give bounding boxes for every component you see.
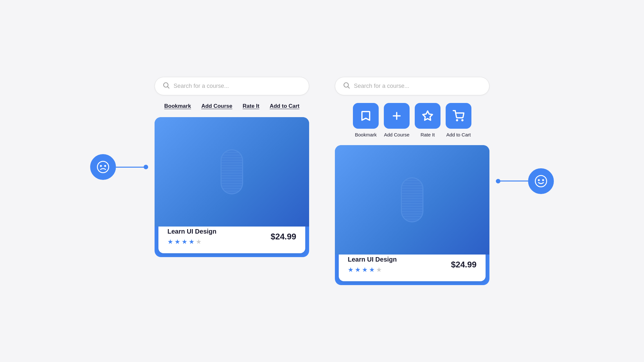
btn-group-bookmark: Bookmark (353, 103, 379, 137)
left-card-stars: ★ ★ ★ ★ ★ (167, 238, 216, 246)
star-1: ★ (167, 238, 173, 246)
right-card-stars: ★ ★ ★ ★ ★ (348, 266, 397, 274)
btn-group-add-course: Add Course (384, 103, 410, 137)
left-emoji-slider (90, 154, 148, 180)
svg-point-14 (543, 180, 544, 181)
left-search-icon (163, 82, 170, 90)
right-emoji-slider (496, 168, 554, 194)
star-3: ★ (182, 238, 187, 246)
tab-add-course[interactable]: Add Course (201, 103, 232, 109)
btn-group-rate-it: Rate It (415, 103, 440, 137)
right-search-bar[interactable]: Search for a course... (335, 77, 489, 95)
left-course-card: Learn UI Design ★ ★ ★ ★ ★ $24.99 (155, 117, 309, 257)
left-panel: Search for a course... Bookmark Add Cour… (155, 77, 309, 257)
right-star-4: ★ (369, 266, 375, 274)
main-container: Search for a course... Bookmark Add Cour… (142, 64, 502, 298)
rate-it-button[interactable] (415, 103, 440, 129)
sad-emoji (90, 154, 116, 180)
bookmark-button[interactable] (353, 103, 379, 129)
add-to-cart-button[interactable] (446, 103, 471, 129)
bookmark-label: Bookmark (355, 132, 377, 137)
right-icon-buttons: Bookmark Add Course R (353, 103, 471, 137)
svg-point-12 (535, 175, 546, 187)
add-course-button[interactable] (384, 103, 410, 129)
right-card-price: $24.99 (451, 260, 477, 270)
right-card-left: Learn UI Design ★ ★ ★ ★ ★ (348, 256, 397, 274)
happy-emoji (528, 168, 554, 194)
left-card-image (155, 117, 309, 227)
tab-bookmark[interactable]: Bookmark (164, 103, 191, 109)
right-mic-shape (401, 177, 423, 222)
svg-line-4 (168, 87, 169, 88)
left-slider-dot[interactable] (144, 165, 148, 169)
svg-point-1 (100, 165, 101, 166)
btn-group-add-to-cart: Add to Cart (446, 103, 471, 137)
right-search-icon (343, 82, 350, 90)
left-search-bar[interactable]: Search for a course... (155, 77, 309, 95)
right-panel: Search for a course... Bookmark (335, 77, 489, 285)
right-star-3: ★ (362, 266, 368, 274)
svg-point-13 (538, 180, 539, 181)
star-4: ★ (189, 238, 194, 246)
star-5: ★ (196, 238, 202, 246)
add-course-label: Add Course (384, 132, 409, 137)
svg-point-11 (462, 120, 463, 121)
svg-line-6 (348, 87, 350, 88)
left-card-title: Learn UI Design (167, 228, 216, 235)
left-search-placeholder: Search for a course... (174, 83, 229, 89)
add-to-cart-label: Add to Cart (446, 132, 471, 137)
left-card-left: Learn UI Design ★ ★ ★ ★ ★ (167, 228, 216, 246)
tab-add-to-cart[interactable]: Add to Cart (270, 103, 299, 109)
tab-rate-it[interactable]: Rate It (242, 103, 259, 109)
rate-it-label: Rate It (421, 132, 435, 137)
right-star-5: ★ (376, 266, 382, 274)
right-slider-line (496, 181, 528, 181)
star-2: ★ (175, 238, 180, 246)
right-star-1: ★ (348, 266, 354, 274)
svg-point-2 (105, 165, 106, 166)
right-card-title: Learn UI Design (348, 256, 397, 263)
left-mic-shape (221, 149, 243, 194)
svg-point-0 (97, 161, 109, 172)
right-card-image (335, 145, 489, 255)
svg-marker-9 (423, 111, 432, 120)
right-slider-dot[interactable] (496, 179, 500, 183)
right-course-card: Learn UI Design ★ ★ ★ ★ ★ $24.99 (335, 145, 489, 285)
svg-point-10 (457, 120, 458, 121)
right-star-2: ★ (355, 266, 361, 274)
left-nav-tabs: Bookmark Add Course Rate It Add to Cart (164, 103, 299, 109)
left-card-price: $24.99 (270, 232, 296, 242)
left-slider-line (116, 167, 148, 168)
right-search-placeholder: Search for a course... (354, 83, 409, 89)
